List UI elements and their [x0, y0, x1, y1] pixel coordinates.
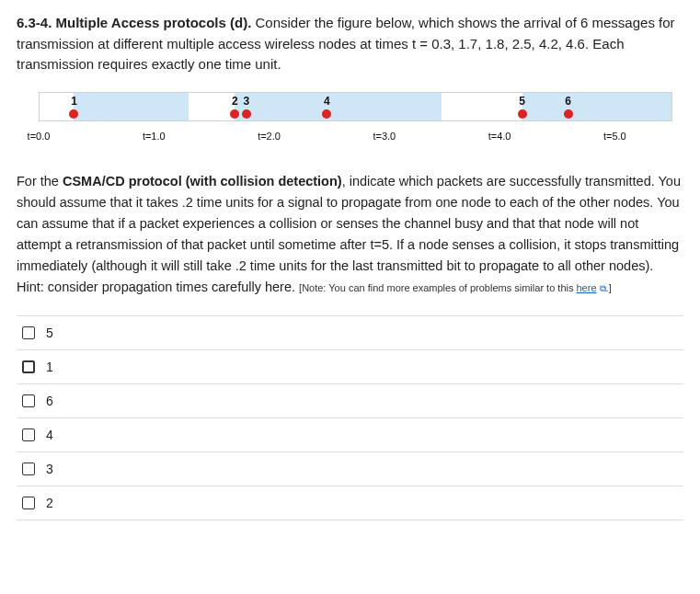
packet-dot [242, 109, 251, 119]
packet-label: 6 [565, 95, 571, 108]
checkbox[interactable] [22, 428, 35, 441]
axis-tick: t=0.0 [28, 131, 51, 142]
option-row[interactable]: 4 [17, 418, 683, 452]
axis-tick: t=4.0 [488, 131, 511, 142]
option-label: 1 [46, 360, 53, 374]
option-label: 5 [46, 326, 53, 340]
question-number: 6.3-4. [17, 15, 52, 30]
option-label: 3 [46, 462, 53, 476]
axis-tick: t=2.0 [258, 131, 281, 142]
packet-dot [564, 109, 573, 119]
option-row[interactable]: 5 [17, 316, 683, 350]
explain-bold: CSMA/CD protocol (with collision detecti… [63, 174, 342, 188]
checkbox[interactable] [22, 463, 35, 475]
explain-lead: For the [17, 174, 63, 188]
explanation-paragraph: For the CSMA/CD protocol (with collision… [17, 171, 683, 299]
packet-dot [518, 109, 527, 119]
note-text: [Note: You can find more examples of pro… [299, 282, 612, 293]
checkbox[interactable] [22, 326, 35, 339]
option-row[interactable]: 6 [17, 384, 683, 418]
packet-dot [69, 109, 78, 119]
packet-dot [230, 109, 239, 119]
checkbox[interactable] [22, 394, 35, 407]
timeline-segment [235, 93, 442, 120]
packet-label: 3 [243, 95, 249, 108]
option-label: 4 [46, 428, 53, 442]
timeline-segment [522, 93, 671, 120]
packet-label: 4 [324, 95, 330, 108]
packet-label: 2 [232, 95, 238, 108]
timeline-track: 123456 [39, 92, 672, 121]
packet-label: 1 [71, 95, 77, 108]
packet-dot [322, 109, 331, 119]
examples-link[interactable]: here [577, 282, 597, 293]
packet-label: 5 [519, 95, 525, 108]
answer-options: 516432 [17, 315, 683, 520]
checkbox[interactable] [22, 497, 35, 509]
question-title: Multiple Access protocols (d). [56, 15, 252, 30]
option-row[interactable]: 3 [17, 452, 683, 486]
axis-tick: t=5.0 [603, 131, 626, 142]
question-heading: 6.3-4. Multiple Access protocols (d). Co… [17, 13, 683, 75]
explain-rest: , indicate which packets are successfull… [17, 174, 681, 295]
axis-tick: t=1.0 [143, 131, 166, 142]
checkbox[interactable] [22, 360, 35, 373]
axis-tick: t=3.0 [373, 131, 396, 142]
timeline-segment [74, 93, 189, 120]
option-row[interactable]: 1 [17, 350, 683, 384]
timeline-figure: 123456 t=0.0t=1.0t=2.0t=3.0t=4.0t=5.0 [22, 88, 682, 154]
option-row[interactable]: 2 [17, 486, 683, 520]
external-link-icon: ⧉ [600, 283, 606, 293]
option-label: 6 [46, 394, 53, 408]
option-label: 2 [46, 496, 53, 510]
